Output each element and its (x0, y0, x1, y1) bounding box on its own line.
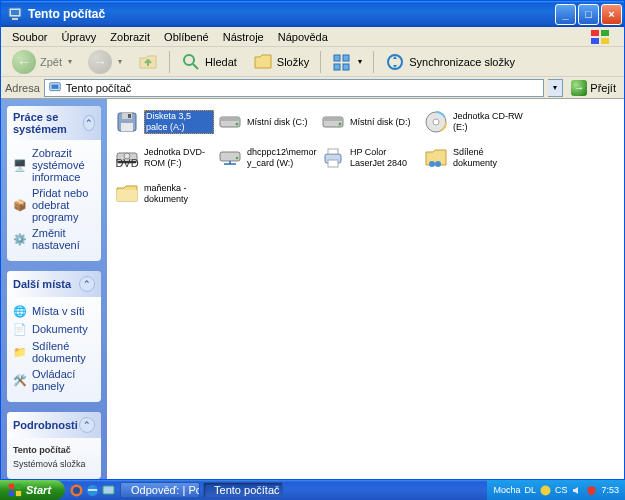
svg-rect-19 (128, 114, 131, 118)
menu-tools[interactable]: Nástroje (216, 29, 271, 45)
menu-file[interactable]: Soubor (5, 29, 54, 45)
window-title: Tento počítač (28, 7, 555, 21)
collapse-icon: ⌃ (79, 276, 95, 292)
svg-text:DVD: DVD (115, 157, 138, 169)
nav-forward-button[interactable]: → ▾ (83, 48, 127, 76)
address-field[interactable]: Tento počítač (44, 79, 544, 97)
content-area: Práce se systémem ⌃ 🖥️Zobrazit systémové… (1, 99, 624, 479)
svg-rect-21 (220, 117, 240, 121)
svg-point-27 (433, 119, 439, 125)
drive-item[interactable]: Jednotka CD-RW (E:) (422, 107, 525, 137)
svg-rect-5 (591, 38, 599, 44)
main-view[interactable]: Disketa 3,5 palce (A:)Místní disk (C:)Mí… (107, 99, 624, 479)
system-tray[interactable]: Mocha DL CS 7:53 (487, 480, 625, 500)
drive-item[interactable]: HP Color LaserJet 2840 (319, 143, 422, 173)
task-add-remove[interactable]: 📦Přidat nebo odebrat programy (13, 185, 95, 225)
nav-up-button[interactable] (133, 50, 163, 74)
drive-item[interactable]: DVDJednotka DVD-ROM (F:) (113, 143, 216, 173)
network-icon: 🌐 (13, 304, 27, 318)
drive-item[interactable]: Místní disk (C:) (216, 107, 319, 137)
drive-item[interactable]: Disketa 3,5 palce (A:) (113, 107, 216, 137)
drive-item[interactable]: dhcppc12\memory_card (W:) (216, 143, 319, 173)
shield-icon[interactable] (586, 485, 597, 496)
go-icon: → (571, 80, 587, 96)
nav-back-button[interactable]: ← Zpět ▾ (7, 48, 77, 76)
menu-edit[interactable]: Úpravy (54, 29, 103, 45)
address-dropdown[interactable]: ▾ (548, 79, 563, 97)
task-settings[interactable]: ⚙️Změnit nastavení (13, 225, 95, 253)
task-shared-docs[interactable]: 📁Sdílené dokumenty (13, 338, 95, 366)
panel-title: Další místa (13, 278, 71, 290)
go-button[interactable]: → Přejít (567, 80, 620, 96)
start-button[interactable]: Start (0, 480, 65, 500)
tray-lang[interactable]: CS (555, 485, 568, 495)
item-label: Místní disk (D:) (350, 117, 411, 128)
collapse-icon: ⌃ (83, 115, 95, 131)
separator (169, 51, 170, 73)
menu-help[interactable]: Nápověda (271, 29, 335, 45)
folder-icon (115, 182, 139, 206)
panel-title: Práce se systémem (13, 111, 83, 135)
search-button[interactable]: Hledat (176, 50, 242, 74)
dvd-icon: DVD (115, 146, 139, 170)
addressbar: Adresa Tento počítač ▾ → Přejít (1, 77, 624, 99)
floppy-icon (115, 110, 139, 134)
drive-item[interactable]: Místní disk (D:) (319, 107, 422, 137)
svg-rect-40 (16, 484, 21, 489)
svg-point-22 (236, 123, 239, 126)
svg-rect-32 (220, 152, 240, 161)
task-system-info[interactable]: 🖥️Zobrazit systémové informace (13, 145, 95, 185)
start-label: Start (26, 484, 51, 496)
views-button[interactable]: ▾ (327, 50, 367, 74)
tray-clock[interactable]: 7:53 (601, 485, 619, 495)
folder-shared-icon (424, 146, 448, 170)
taskbar-item[interactable]: Odpověď: | Poradte.c... (120, 482, 200, 498)
titlebar[interactable]: Tento počítač _ □ × (1, 1, 624, 27)
menu-view[interactable]: Zobrazit (103, 29, 157, 45)
svg-rect-4 (601, 30, 609, 36)
task-pane: Práce se systémem ⌃ 🖥️Zobrazit systémové… (1, 99, 107, 479)
panel-header[interactable]: Práce se systémem ⌃ (7, 106, 101, 140)
minimize-button[interactable]: _ (555, 4, 576, 25)
maximize-button[interactable]: □ (578, 4, 599, 25)
windows-logo-icon (8, 483, 22, 497)
item-label: Jednotka DVD-ROM (F:) (144, 147, 214, 169)
taskbar: Start Odpověď: | Poradte.c...Tento počít… (0, 480, 625, 500)
search-icon (181, 52, 201, 72)
ie-icon[interactable] (86, 484, 99, 497)
task-control-panel[interactable]: 🛠️Ovládací panely (13, 366, 95, 394)
panel-other-places: Další místa ⌃ 🌐Místa v síti 📄Dokumenty 📁… (7, 271, 101, 402)
tray-icon[interactable] (540, 485, 551, 496)
svg-rect-12 (343, 64, 349, 70)
menu-favorites[interactable]: Oblíbené (157, 29, 216, 45)
panel-title: Podrobnosti (13, 419, 78, 431)
volume-icon[interactable] (571, 485, 582, 496)
svg-rect-6 (601, 38, 609, 44)
svg-rect-35 (328, 149, 338, 154)
toolbar: ← Zpět ▾ → ▾ Hledat Složky (1, 47, 624, 77)
task-network[interactable]: 🌐Místa v síti (13, 302, 95, 320)
svg-rect-3 (591, 30, 599, 36)
panel-header[interactable]: Podrobnosti ⌃ (7, 412, 101, 438)
taskbar-item[interactable]: Tento počítač (203, 482, 283, 498)
item-label: Disketa 3,5 palce (A:) (144, 110, 214, 134)
cdrw-icon (424, 110, 448, 134)
forward-icon: → (88, 50, 112, 74)
computer-icon (7, 6, 23, 22)
folders-button[interactable]: Složky (248, 50, 314, 74)
back-icon: ← (12, 50, 36, 74)
svg-rect-46 (103, 486, 114, 494)
svg-point-33 (236, 157, 239, 160)
drive-item[interactable]: maňenka - dokumenty (113, 179, 216, 209)
desktop-icon[interactable] (102, 484, 115, 497)
item-label: dhcppc12\memory_card (W:) (247, 147, 317, 169)
task-documents[interactable]: 📄Dokumenty (13, 320, 95, 338)
close-button[interactable]: × (601, 4, 622, 25)
computer-icon (48, 81, 62, 95)
sync-button[interactable]: Synchronizace složky (380, 50, 520, 74)
firefox-icon[interactable] (70, 484, 83, 497)
panel-header[interactable]: Další místa ⌃ (7, 271, 101, 297)
drive-item[interactable]: Sdílené dokumenty (422, 143, 525, 173)
panel-details: Podrobnosti ⌃ Tento počítač Systémová sl… (7, 412, 101, 479)
svg-rect-18 (121, 123, 133, 131)
